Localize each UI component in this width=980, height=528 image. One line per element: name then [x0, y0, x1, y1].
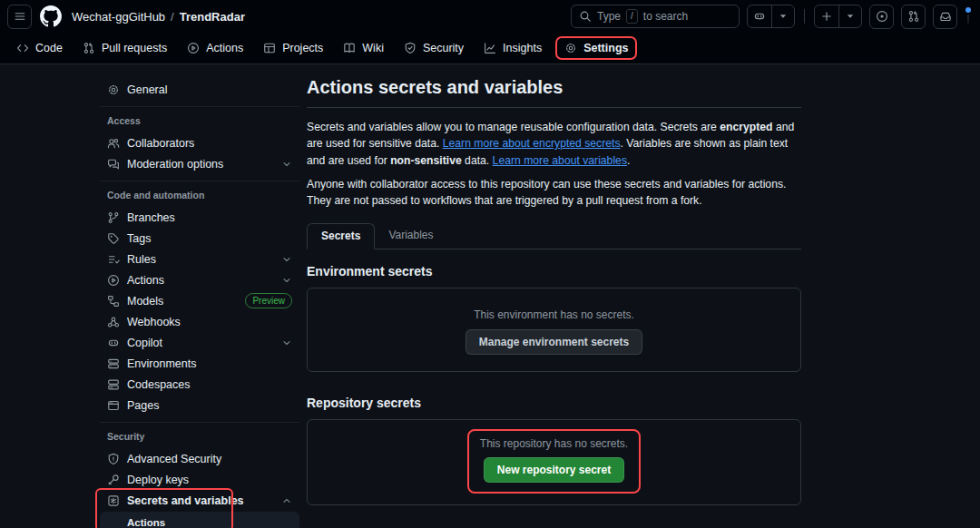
graph-icon	[484, 42, 496, 54]
sidebar-subitem-actions[interactable]: Actions	[100, 512, 299, 528]
pull-requests-button[interactable]	[901, 5, 926, 29]
sidebar-item-label: Moderation options	[127, 158, 223, 171]
tab-security[interactable]: Security	[395, 36, 473, 60]
repository-secrets-heading: Repository secrets	[307, 396, 801, 410]
sidebar-item-secrets-and-variables[interactable]: Secrets and variables	[100, 490, 299, 511]
new-repository-secret-button[interactable]: New repository secret	[484, 457, 624, 483]
sidebar-item-label: Webhooks	[127, 316, 181, 328]
sidebar-section-code-automation: Code and automation Branches Tags Rules …	[100, 181, 299, 417]
link-encrypted-secrets[interactable]: Learn more about encrypted secrets	[443, 137, 621, 150]
sidebar-item-label: Pages	[127, 399, 159, 412]
annotation-box-settings: Settings	[555, 36, 637, 60]
slash-key-hint: /	[626, 9, 638, 24]
intro-bold-encrypted: encrypted	[720, 121, 772, 133]
checklist-icon	[107, 253, 120, 266]
sidebar-item-rules[interactable]: Rules	[100, 249, 299, 269]
sidebar-item-branches[interactable]: Branches	[100, 207, 299, 228]
hamburger-icon	[14, 10, 26, 23]
inbox-button[interactable]	[933, 5, 957, 29]
sidebar-item-label: Branches	[127, 211, 175, 224]
sidebar-section-security: Security Advanced Security Deploy keys S…	[100, 422, 299, 528]
codespaces-icon	[107, 378, 120, 391]
sidebar-item-actions[interactable]: Actions	[100, 269, 299, 290]
issues-button[interactable]	[869, 5, 894, 29]
manage-environment-secrets-button[interactable]: Manage environment secrets	[466, 329, 642, 355]
create-new-button-group	[814, 5, 862, 28]
sidebar-item-label: Deploy keys	[127, 474, 189, 486]
sidebar-item-general[interactable]: General	[100, 79, 299, 100]
tab-variables[interactable]: Variables	[375, 223, 446, 249]
people-icon	[107, 137, 120, 150]
breadcrumb-owner[interactable]: Wechat-ggGitHub	[72, 10, 165, 24]
caret-down-icon	[778, 11, 789, 22]
sidebar-item-webhooks[interactable]: Webhooks	[100, 311, 299, 332]
play-icon	[107, 274, 120, 287]
chevron-down-icon	[281, 254, 292, 265]
sidebar-item-environments[interactable]: Environments	[100, 353, 299, 374]
intro-paragraph-2: Anyone with collaborator access to this …	[307, 176, 801, 210]
webhook-icon	[107, 316, 120, 328]
sidebar-item-moderation-options[interactable]: Moderation options	[100, 153, 299, 174]
notification-dot	[964, 5, 973, 15]
sidebar-item-label: Advanced Security	[127, 453, 221, 465]
book-icon	[343, 42, 356, 54]
tab-label: Code	[35, 42, 63, 54]
tab-code[interactable]: Code	[7, 36, 72, 60]
copilot-button[interactable]	[748, 5, 771, 27]
sidebar-section-heading: Security	[100, 429, 299, 448]
sidebar-item-label: Rules	[127, 253, 156, 266]
sidebar-item-label: Actions	[127, 274, 164, 287]
tab-projects[interactable]: Projects	[254, 36, 332, 60]
sidebar-item-tags[interactable]: Tags	[100, 228, 299, 249]
gear-icon	[107, 83, 120, 96]
github-logo[interactable]	[40, 5, 62, 27]
tab-insights[interactable]: Insights	[475, 36, 551, 60]
copilot-button-group	[747, 5, 795, 28]
tab-label: Wiki	[362, 42, 384, 54]
sidebar-item-codespaces[interactable]: Codespaces	[100, 374, 299, 395]
create-new-dropdown-button[interactable]	[838, 5, 861, 27]
avatar-container	[967, 8, 969, 24]
environment-secrets-heading: Environment secrets	[307, 264, 801, 279]
browser-icon	[107, 399, 120, 412]
sidebar-section-general: General	[100, 77, 299, 102]
shield-icon	[404, 42, 416, 54]
link-variables[interactable]: Learn more about variables	[493, 154, 627, 167]
sidebar-item-models[interactable]: Models Preview	[100, 290, 299, 311]
pull-request-icon	[907, 10, 920, 23]
sidebar-item-advanced-security[interactable]: Advanced Security	[100, 448, 299, 469]
tab-wiki[interactable]: Wiki	[334, 36, 393, 60]
plus-icon	[820, 10, 833, 23]
tab-settings[interactable]: Settings	[557, 38, 635, 58]
sidebar-item-pages[interactable]: Pages	[100, 395, 299, 416]
tab-actions[interactable]: Actions	[178, 36, 252, 60]
sidebar-item-copilot[interactable]: Copilot	[100, 332, 299, 353]
search-input[interactable]: Type / to search	[571, 5, 740, 28]
tab-label: Actions	[206, 42, 243, 54]
intro-bold-non-sensitive: non-sensitive	[390, 154, 462, 167]
chevron-down-icon	[281, 275, 292, 286]
sidebar-item-deploy-keys[interactable]: Deploy keys	[100, 469, 299, 490]
copilot-icon	[107, 337, 120, 349]
create-new-button[interactable]	[815, 5, 838, 27]
search-placeholder-prefix: Type	[597, 10, 621, 23]
comment-discussion-icon	[107, 158, 120, 171]
header-divider	[804, 9, 805, 24]
copilot-dropdown-button[interactable]	[771, 5, 794, 27]
menu-button[interactable]	[7, 5, 32, 29]
gear-icon	[564, 42, 577, 54]
breadcrumb-repo[interactable]: TrendRadar	[180, 10, 245, 24]
sidebar-item-collaborators[interactable]: Collaborators	[100, 132, 299, 153]
intro-text: .	[627, 154, 630, 167]
chevron-down-icon	[281, 159, 292, 170]
secrets-and-variables-group: Secrets and variables Actions	[100, 490, 299, 528]
sidebar-subitem-label: Actions	[127, 517, 165, 528]
page-title: Actions secrets and variables	[307, 77, 801, 108]
settings-content: General Access Collaborators Moderation …	[0, 64, 980, 528]
tab-label: Security	[423, 42, 464, 54]
global-header: Wechat-ggGitHub / TrendRadar Type / to s…	[0, 0, 980, 33]
secrets-variables-tabnav: Secrets Variables	[307, 223, 801, 249]
tab-secrets[interactable]: Secrets	[307, 223, 375, 249]
intro-text: data.	[462, 154, 493, 167]
tab-pull-requests[interactable]: Pull requests	[74, 36, 176, 60]
